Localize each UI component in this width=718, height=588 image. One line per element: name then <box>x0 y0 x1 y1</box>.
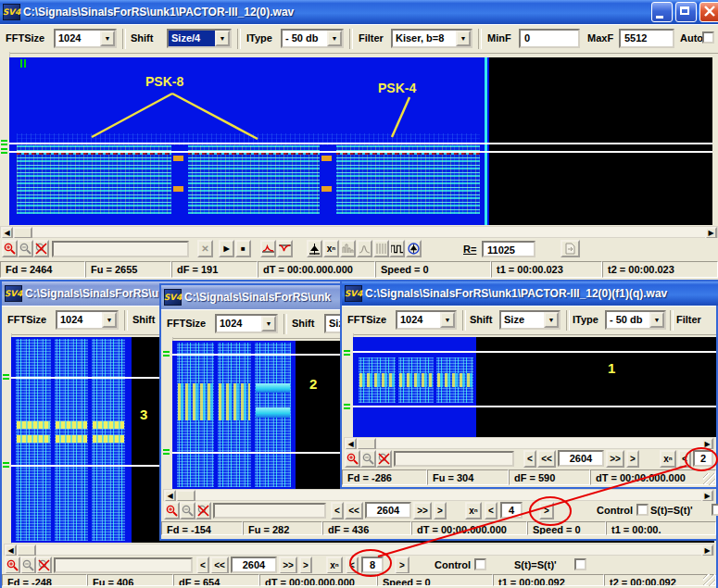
bandpass-filter-button[interactable] <box>260 240 276 257</box>
bandstop-filter-button[interactable] <box>277 240 293 257</box>
zoom-reset-button[interactable] <box>376 450 392 468</box>
fftsize-combo[interactable]: 1024 ▼ <box>215 314 278 333</box>
minf-field[interactable]: 0 <box>519 29 580 48</box>
zoom-out-button[interactable] <box>180 502 195 519</box>
dropdown-icon[interactable]: ▼ <box>327 31 342 46</box>
status-dt: dT = 00:00.000.000 <box>259 574 377 586</box>
dropdown-icon[interactable]: ▼ <box>215 31 230 46</box>
pulse-train-button[interactable] <box>389 240 405 257</box>
scale-field[interactable]: 2 <box>693 450 713 467</box>
dropdown-icon[interactable]: ▼ <box>261 316 276 332</box>
itype-combo[interactable]: - 50 db ▼ <box>281 29 344 48</box>
stop-button[interactable]: ■ <box>235 240 251 257</box>
main-titlebar[interactable]: SV4 C:\Signals\SinalsForRS\unk1\PACTOR-I… <box>0 0 718 24</box>
scale-up-button[interactable]: > <box>395 557 409 574</box>
cyan-marker-line <box>485 57 487 225</box>
scale-down-button[interactable]: < <box>346 557 359 574</box>
power-button[interactable]: xⁿ <box>326 557 343 574</box>
filter-combo[interactable]: Kiser, b=8 ▼ <box>391 29 472 48</box>
main-spectrogram[interactable]: PSK-8 PSK-4 <box>9 57 712 225</box>
step-forward-button[interactable]: > <box>626 450 639 468</box>
selection-field[interactable] <box>54 557 193 573</box>
cut-button[interactable]: ✕ <box>197 240 213 257</box>
zoom-reset-button[interactable] <box>33 240 49 257</box>
zoom-in-icon <box>4 243 16 255</box>
page-back-button[interactable]: << <box>537 450 556 468</box>
zoom-in-button[interactable] <box>5 557 20 574</box>
circle-marker-button[interactable] <box>406 240 422 257</box>
window1-hscrollbar[interactable]: ◀ ▶ <box>344 437 714 449</box>
minimize-button[interactable] <box>651 2 673 22</box>
distribution-button[interactable] <box>357 240 372 257</box>
dropdown-icon[interactable]: ▼ <box>649 312 664 328</box>
page-back-button[interactable]: << <box>345 502 363 519</box>
fftsize-combo[interactable]: 1024 ▼ <box>56 310 119 330</box>
power-button[interactable]: xⁿ <box>660 450 676 468</box>
page-forward-button[interactable]: >> <box>413 502 432 519</box>
dropdown-icon[interactable]: ▼ <box>456 31 471 46</box>
selection-field[interactable] <box>52 241 189 257</box>
step-back-button[interactable]: < <box>523 450 536 468</box>
zoom-in-button[interactable] <box>2 240 18 257</box>
zoom-out-button[interactable] <box>18 240 33 257</box>
zoom-in-button[interactable] <box>345 450 360 468</box>
maximize-button[interactable] <box>675 2 697 22</box>
step-back-button[interactable]: < <box>331 502 344 519</box>
window3-hscrollbar[interactable]: ◀ ▶ <box>4 544 714 556</box>
scale-down-button[interactable]: < <box>678 450 691 468</box>
scale-down-button[interactable]: < <box>485 502 498 519</box>
rate-field[interactable]: 11025 <box>482 241 535 257</box>
fftsize-combo[interactable]: 1024 ▼ <box>54 29 117 48</box>
page-forward-button[interactable]: >> <box>606 450 624 468</box>
zoom-reset-button[interactable] <box>36 557 52 574</box>
maxf-field[interactable]: 5512 <box>619 29 674 48</box>
shift-combo[interactable]: Size ▼ <box>499 310 561 330</box>
main-hscrollbar[interactable]: ◀ ▶ <box>0 226 718 238</box>
step-back-button[interactable]: < <box>196 557 209 574</box>
main-toolbar2: ✕ ▶ ■ xⁿ <box>0 238 718 260</box>
grid-lines-button[interactable] <box>373 240 389 257</box>
resize-grip[interactable] <box>703 473 715 485</box>
window1-spectrogram[interactable]: 1 <box>353 337 716 437</box>
scale-up-button[interactable]: > <box>539 502 554 519</box>
selection-field[interactable] <box>394 451 514 467</box>
zoom-reset-button[interactable] <box>195 502 211 519</box>
close-button[interactable] <box>699 2 718 22</box>
position-field[interactable]: 2604 <box>365 502 411 519</box>
power-button[interactable]: xⁿ <box>323 240 339 257</box>
page-forward-button[interactable]: >> <box>279 557 297 574</box>
itype-combo[interactable]: - 50 db ▼ <box>605 310 666 330</box>
st-checkbox[interactable] <box>574 558 586 570</box>
window1-titlebar[interactable]: SV4 C:\Signals\SinalsForRS\unk1\PACTOR-I… <box>342 281 718 306</box>
dropdown-icon[interactable]: ▼ <box>440 312 455 328</box>
peak-marker-button[interactable] <box>307 240 322 257</box>
status-dt: dT = 00:00.000.000 <box>411 521 527 535</box>
position-field[interactable]: 2604 <box>558 450 604 467</box>
step-forward-button[interactable]: > <box>434 502 447 519</box>
export-button[interactable] <box>561 240 580 257</box>
window2-hscrollbar[interactable]: ◀ ▶ <box>163 489 714 501</box>
page-back-button[interactable]: << <box>210 557 229 574</box>
st-checkbox[interactable] <box>712 504 718 516</box>
histogram-icon <box>342 244 354 254</box>
autol-checkbox[interactable] <box>702 31 714 44</box>
selection-field[interactable] <box>213 503 326 519</box>
histogram-button[interactable] <box>340 240 356 257</box>
control-checkbox[interactable] <box>474 558 486 570</box>
fftsize-combo[interactable]: 1024 ▼ <box>396 310 457 330</box>
dropdown-icon[interactable]: ▼ <box>100 31 115 46</box>
position-field[interactable]: 2604 <box>231 557 277 573</box>
dropdown-icon[interactable]: ▼ <box>102 312 117 328</box>
resize-grip[interactable] <box>703 574 715 586</box>
zoom-in-button[interactable] <box>164 502 180 519</box>
power-button[interactable]: xⁿ <box>465 502 482 519</box>
play-button[interactable]: ▶ <box>219 240 234 257</box>
shift-combo[interactable]: Size/4 ▼ <box>167 29 232 48</box>
zoom-out-button[interactable] <box>20 557 36 574</box>
dropdown-icon[interactable]: ▼ <box>544 312 559 328</box>
zoom-out-button[interactable] <box>360 450 376 468</box>
step-forward-button[interactable]: > <box>299 557 312 574</box>
scale-field[interactable]: 4 <box>500 502 523 519</box>
scale-field[interactable]: 8 <box>361 557 384 573</box>
control-checkbox[interactable] <box>636 504 649 516</box>
